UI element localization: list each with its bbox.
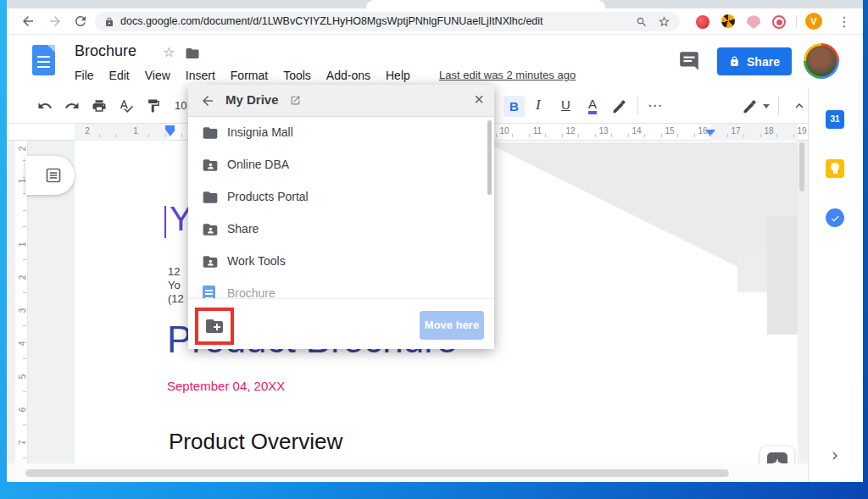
vertical-scrollbar[interactable] [799, 142, 804, 191]
bookmark-star-icon[interactable] [658, 15, 670, 28]
dialog-item-brochure[interactable]: Brochure [188, 278, 494, 298]
close-icon[interactable]: × [474, 90, 484, 109]
address-line-partial: Yo [168, 279, 181, 292]
ruler-tick [99, 134, 100, 137]
ruler-tick [23, 358, 26, 359]
undo-icon[interactable] [37, 98, 53, 114]
ruler-tick [496, 134, 497, 137]
italic-button[interactable]: I [536, 97, 541, 114]
document-date: September 04, 20XX [167, 379, 285, 393]
dialog-item-label: Work Tools [227, 254, 286, 268]
spellcheck-icon[interactable] [119, 98, 134, 114]
move-folder-icon[interactable] [185, 46, 200, 61]
editing-mode-dropdown-icon[interactable] [763, 104, 770, 108]
more-options-icon[interactable]: ⋯ [648, 97, 662, 114]
text-color-button[interactable]: A [588, 97, 597, 114]
menu-addons[interactable]: Add-ons [326, 67, 370, 84]
ruler-tick [595, 134, 596, 137]
ruler-number: 15 [664, 126, 676, 136]
back-arrow-icon[interactable] [200, 93, 215, 108]
ruler-tick [529, 134, 530, 137]
document-title[interactable]: Brochure [75, 42, 136, 60]
page-decor-shape [767, 216, 798, 335]
new-folder-button-highlight[interactable] [195, 308, 234, 345]
calendar-icon[interactable]: 31 [826, 110, 844, 129]
back-icon[interactable] [20, 14, 36, 29]
extension-shield-icon[interactable] [747, 15, 760, 29]
editing-mode-pencil-icon[interactable] [743, 98, 758, 114]
menu-format[interactable]: Format [231, 67, 268, 84]
ruler-number: 4 [18, 339, 27, 349]
shared-folder-icon [202, 157, 219, 174]
menu-tools[interactable]: Tools [283, 67, 311, 84]
dialog-item-label: Online DBA [227, 158, 289, 171]
browser-menu-icon[interactable]: ⋮ [837, 14, 851, 30]
menu-edit[interactable]: Edit [109, 67, 130, 84]
toolbar-divider [778, 97, 779, 115]
document-outline-button[interactable] [25, 156, 75, 195]
tasks-icon[interactable] [826, 208, 844, 227]
open-in-new-icon[interactable] [290, 95, 301, 106]
ruler-tick [562, 134, 563, 137]
underline-button[interactable]: U [561, 97, 570, 112]
ruler-tick [23, 309, 26, 310]
ruler-tick [23, 292, 26, 293]
ruler-tick [644, 134, 645, 137]
active-tab[interactable] [366, 0, 605, 8]
address-bar[interactable]: docs.google.com/document/d/1LWBvCYIYZLHy… [95, 12, 680, 31]
comment-icon[interactable] [678, 50, 700, 72]
address-line-partial: (12 [168, 292, 184, 306]
ruler-tick [776, 134, 777, 137]
dialog-caret [193, 78, 209, 85]
extension-2-icon[interactable] [721, 14, 735, 28]
toolbar-divider [637, 97, 638, 115]
ruler-tick [23, 441, 26, 442]
dialog-item-work-tools[interactable]: Work Tools [188, 246, 494, 278]
collapse-menus-icon[interactable] [792, 98, 807, 114]
extension-1-icon[interactable] [696, 15, 709, 29]
forward-icon[interactable] [47, 14, 63, 29]
dialog-item-online-dba[interactable]: Online DBA [188, 149, 494, 181]
ruler-number: 6 [18, 405, 27, 415]
account-avatar[interactable] [804, 43, 839, 79]
dialog-item-products-portal[interactable]: Products Portal [188, 181, 494, 213]
move-here-button[interactable]: Move here [420, 311, 484, 340]
ruler-number: 10 [498, 126, 510, 136]
browser-profile-avatar[interactable]: V [805, 13, 822, 30]
ruler-number: 2 [81, 126, 93, 136]
menu-file[interactable]: File [75, 67, 94, 84]
print-icon[interactable] [92, 98, 107, 114]
hide-side-panel-icon[interactable] [827, 448, 843, 463]
dialog-item-share[interactable]: Share [188, 213, 494, 246]
zoom-search-icon[interactable] [636, 16, 648, 28]
new-folder-icon[interactable] [204, 316, 225, 336]
share-label: Share [747, 55, 780, 69]
shared-folder-icon [202, 253, 219, 270]
reload-icon[interactable] [73, 14, 88, 29]
star-document-icon[interactable]: ☆ [163, 44, 175, 60]
dialog-scrollbar[interactable] [487, 120, 492, 195]
lock-icon [104, 17, 114, 27]
keep-icon[interactable] [826, 159, 844, 178]
last-edit-link[interactable]: Last edit was 2 minutes ago [439, 67, 576, 84]
ruler-tick [710, 134, 711, 137]
highlight-color-icon[interactable] [612, 98, 627, 114]
horizontal-scrollbar[interactable] [25, 469, 729, 477]
extension-4-icon[interactable] [772, 15, 786, 29]
menu-view[interactable]: View [145, 67, 170, 84]
ruler-tick [115, 134, 116, 137]
docs-logo-icon[interactable] [32, 45, 55, 75]
ruler-tick [545, 134, 546, 137]
dialog-title: My Drive [225, 92, 279, 107]
menu-help[interactable]: Help [386, 67, 410, 84]
left-indent-marker[interactable] [165, 130, 175, 136]
shared-folder-icon [202, 221, 219, 238]
share-button[interactable]: Share [717, 47, 792, 75]
dialog-item-insignia-mall[interactable]: Insignia Mall [188, 117, 494, 149]
paint-format-icon[interactable] [146, 98, 161, 114]
bold-button[interactable]: B [504, 96, 525, 117]
ruler-tick [148, 134, 149, 137]
folder-icon [202, 125, 219, 141]
redo-icon[interactable] [64, 98, 80, 114]
zoom-control[interactable]: 10 [175, 99, 186, 112]
